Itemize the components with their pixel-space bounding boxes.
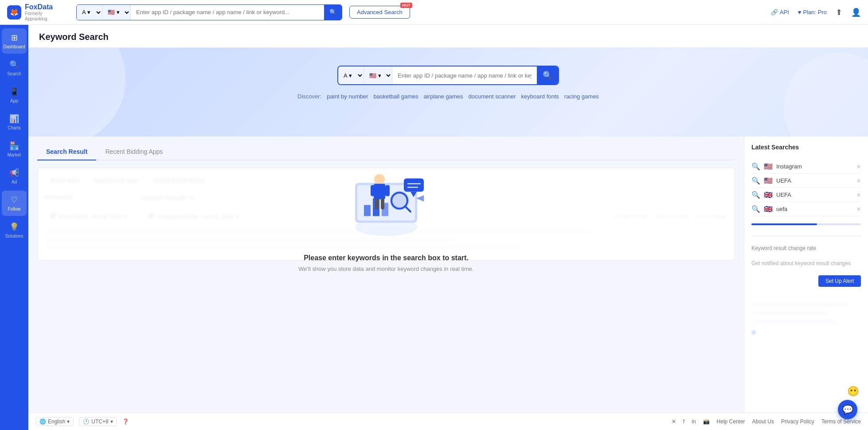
footer-left: 🌐 English ▾ 🕐 UTC+8 ▾ ❓ <box>35 417 129 426</box>
privacy-policy-link[interactable]: Privacy Policy <box>781 418 814 425</box>
discover-tag-5[interactable]: racing games <box>564 92 599 101</box>
flag-icon-3: 🔍 <box>751 205 760 213</box>
hero-platform-select[interactable]: A ▾ G ▾ <box>338 66 364 84</box>
clock-icon: 🕐 <box>83 418 90 425</box>
history-close-2[interactable]: ✕ <box>856 192 861 198</box>
discover-label: Discover: <box>297 93 321 100</box>
history-keyword-2: UEFA <box>776 192 853 198</box>
social-facebook-icon[interactable]: f <box>683 418 684 425</box>
search-button-top[interactable]: 🔍 <box>324 5 342 20</box>
social-linkedin-icon[interactable]: in <box>692 418 696 425</box>
flag-icon-2: 🔍 <box>751 191 760 199</box>
discover-row: Discover: paint by number basketball gam… <box>297 92 599 101</box>
sidebar-item-search[interactable]: 🔍 Search <box>2 55 27 81</box>
hero-search-button[interactable]: 🔍 <box>537 66 558 84</box>
main-layout: ⊞ Dashboard 🔍 Search 📱 App 📊 Charts 🏪 Ma… <box>0 25 868 430</box>
empty-subtitle: We'll show you store data and monitor ke… <box>298 266 473 272</box>
chat-support-button[interactable]: 💬 <box>838 400 857 419</box>
sidebar-item-follow[interactable]: ♡ Follow <box>2 191 27 216</box>
app-icon: 📱 <box>9 87 19 97</box>
empty-title: Please enter keywords in the search box … <box>304 254 469 262</box>
notify-label: Get notified about keyword result change… <box>751 260 861 266</box>
page-title: Keyword Search <box>39 32 857 47</box>
charts-icon: 📊 <box>9 114 19 124</box>
svg-rect-14 <box>374 184 385 199</box>
right-panel-title: Latest Searches <box>751 144 861 151</box>
svg-rect-15 <box>371 185 375 196</box>
sidebar: ⊞ Dashboard 🔍 Search 📱 App 📊 Charts 🏪 Ma… <box>0 25 28 430</box>
search-input-top[interactable] <box>131 9 324 16</box>
history-item-1: 🔍 🇺🇸 UEFA ✕ <box>751 174 861 188</box>
chevron-down-icon: ▾ <box>67 418 70 425</box>
timezone-selector[interactable]: 🕐 UTC+8 ▾ <box>79 417 117 426</box>
follow-icon: ♡ <box>11 195 18 205</box>
history-close-1[interactable]: ✕ <box>856 178 861 184</box>
language-selector[interactable]: 🌐 English ▾ <box>35 417 74 426</box>
flag-icon-1: 🔍 <box>751 176 760 185</box>
about-us-link[interactable]: About Us <box>752 418 774 425</box>
hero-country-select[interactable]: 🇺🇸 ▾ 🇬🇧 ▾ <box>364 66 392 84</box>
hero-banner: A ▾ G ▾ 🇺🇸 ▾ 🇬🇧 ▾ 🔍 Discover: paint by n… <box>28 48 868 137</box>
platform-select-top[interactable]: A ▾ G ▾ <box>77 5 102 20</box>
solutions-icon: 💡 <box>9 222 19 232</box>
svg-point-13 <box>374 174 385 185</box>
social-x-icon[interactable]: ✕ <box>672 418 676 425</box>
heart-icon: ♥ <box>798 9 802 16</box>
flag-icon-0: 🔍 <box>751 162 760 171</box>
history-item-2: 🔍 🇬🇧 UEFA ✕ <box>751 188 861 202</box>
svg-rect-17 <box>375 199 379 210</box>
sidebar-item-charts[interactable]: 📊 Charts <box>2 109 27 135</box>
search-icon: 🔍 <box>9 60 19 70</box>
help-center-link[interactable]: Help Center <box>717 418 745 425</box>
country-flag-3: 🇬🇧 <box>764 205 773 213</box>
page-header: Keyword Search <box>28 25 868 48</box>
history-item-0: 🔍 🇺🇸 Instagram ✕ <box>751 160 861 174</box>
history-close-0[interactable]: ✕ <box>856 164 861 170</box>
history-keyword-1: UEFA <box>776 177 853 184</box>
terms-link[interactable]: Terms of Service <box>821 418 861 425</box>
api-icon: 🔗 <box>771 9 778 16</box>
table-area: Export Apps Keyword List Apps Search Res… <box>37 168 735 261</box>
user-button[interactable]: 👤 <box>851 8 861 17</box>
set-up-alert-button[interactable]: Set Up Alert <box>818 275 861 287</box>
dashboard-icon: ⊞ <box>11 33 18 43</box>
right-panel: Latest Searches 🔍 🇺🇸 Instagram ✕ 🔍 🇺🇸 UE… <box>744 137 868 412</box>
history-close-3[interactable]: ✕ <box>856 206 861 212</box>
search-history-list: 🔍 🇺🇸 Instagram ✕ 🔍 🇺🇸 UEFA ✕ 🔍 🇬🇧 <box>751 160 861 216</box>
help-icon: ❓ <box>122 418 129 425</box>
plan-button[interactable]: ♥ Plan: Pro <box>798 9 827 16</box>
sidebar-item-dashboard[interactable]: ⊞ Dashboard <box>2 28 27 54</box>
advanced-search-button[interactable]: Advanced Search HOT <box>349 6 410 19</box>
hot-badge: HOT <box>400 3 412 8</box>
timezone-label: UTC+8 <box>91 418 108 425</box>
upload-button[interactable]: ⬆ <box>836 8 842 17</box>
api-button[interactable]: 🔗 API <box>771 9 789 16</box>
keyword-result-label: Keyword result change rate <box>751 245 861 251</box>
ad-icon: 📢 <box>9 168 19 178</box>
sidebar-item-market[interactable]: 🏪 Market <box>2 137 27 162</box>
discover-tag-1[interactable]: basketball games <box>374 92 418 101</box>
country-select-top[interactable]: 🇺🇸 ▾ 🇬🇧 ▾ <box>102 5 131 20</box>
history-keyword-0: Instagram <box>776 163 853 170</box>
nav-right: 🔗 API ♥ Plan: Pro ⬆ 👤 <box>771 8 861 17</box>
discover-tag-2[interactable]: airplane games <box>424 92 463 101</box>
svg-marker-19 <box>416 195 424 202</box>
globe-icon: 🌐 <box>39 418 46 425</box>
history-keyword-3: uefa <box>776 206 853 212</box>
country-flag-0: 🇺🇸 <box>764 162 773 171</box>
discover-tag-0[interactable]: paint by number <box>327 92 368 101</box>
top-search-bar: A ▾ G ▾ 🇺🇸 ▾ 🇬🇧 ▾ 🔍 <box>76 4 342 20</box>
hero-search-input[interactable] <box>392 72 537 79</box>
discover-tag-3[interactable]: document scanner <box>469 92 516 101</box>
app-formerly: Formerly Appranking <box>25 11 53 22</box>
sidebar-item-solutions[interactable]: 💡 Solutions <box>2 218 27 243</box>
discover-tag-4[interactable]: keyboard fonts <box>521 92 559 101</box>
emoji-face-icon[interactable]: 😶 <box>847 386 859 397</box>
svg-rect-16 <box>385 185 390 196</box>
main-content: Search Result Recent Bidding Apps Export… <box>28 137 868 412</box>
center-panel: Search Result Recent Bidding Apps Export… <box>28 137 744 412</box>
sidebar-item-app[interactable]: 📱 App <box>2 82 27 108</box>
market-icon: 🏪 <box>9 141 19 151</box>
sidebar-item-ad[interactable]: 📢 Ad <box>2 164 27 189</box>
social-instagram-icon[interactable]: 📸 <box>703 418 710 425</box>
